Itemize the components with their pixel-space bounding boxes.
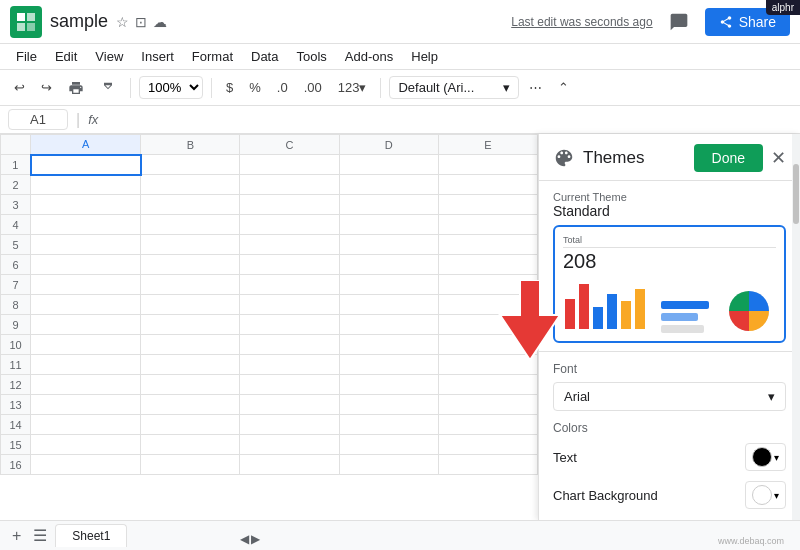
cell-D9[interactable] [339, 315, 438, 335]
cell-E15[interactable] [438, 435, 537, 455]
menu-format[interactable]: Format [184, 45, 241, 68]
more-formats-button[interactable]: 123▾ [332, 76, 373, 99]
zoom-select[interactable]: 100% 75% 125% [139, 76, 203, 99]
cell-C15[interactable] [240, 435, 339, 455]
cell-C10[interactable] [240, 335, 339, 355]
cell-E4[interactable] [438, 215, 537, 235]
menu-file[interactable]: File [8, 45, 45, 68]
cell-A5[interactable] [31, 235, 141, 255]
decimal2-button[interactable]: .00 [298, 76, 328, 99]
cell-C7[interactable] [240, 275, 339, 295]
menu-help[interactable]: Help [403, 45, 446, 68]
cell-C13[interactable] [240, 395, 339, 415]
chart-bg-color-swatch-button[interactable]: ▾ [745, 481, 786, 509]
cell-A2[interactable] [31, 175, 141, 195]
star-icon[interactable]: ☆ [116, 14, 129, 30]
cell-A3[interactable] [31, 195, 141, 215]
cell-D14[interactable] [339, 415, 438, 435]
cell-B11[interactable] [141, 355, 240, 375]
col-header-d[interactable]: D [339, 135, 438, 155]
cell-D7[interactable] [339, 275, 438, 295]
cell-C11[interactable] [240, 355, 339, 375]
cell-D4[interactable] [339, 215, 438, 235]
cell-E2[interactable] [438, 175, 537, 195]
cell-B15[interactable] [141, 435, 240, 455]
cell-D10[interactable] [339, 335, 438, 355]
cell-C12[interactable] [240, 375, 339, 395]
col-header-b[interactable]: B [141, 135, 240, 155]
cell-B14[interactable] [141, 415, 240, 435]
sheet-menu-button[interactable]: ☰ [29, 524, 51, 547]
menu-edit[interactable]: Edit [47, 45, 85, 68]
cell-E6[interactable] [438, 255, 537, 275]
cell-A11[interactable] [31, 355, 141, 375]
cell-B1[interactable] [141, 155, 240, 175]
cell-A13[interactable] [31, 395, 141, 415]
cell-B4[interactable] [141, 215, 240, 235]
cell-E1[interactable] [438, 155, 537, 175]
cell-B13[interactable] [141, 395, 240, 415]
menu-insert[interactable]: Insert [133, 45, 182, 68]
cell-A12[interactable] [31, 375, 141, 395]
cell-C16[interactable] [240, 455, 339, 475]
done-button[interactable]: Done [694, 144, 763, 172]
print-button[interactable] [62, 76, 90, 100]
menu-tools[interactable]: Tools [288, 45, 334, 68]
currency-button[interactable]: $ [220, 76, 239, 99]
collapse-toolbar-button[interactable]: ⌃ [552, 76, 575, 99]
paint-format-button[interactable] [94, 76, 122, 100]
formula-input[interactable] [108, 112, 792, 127]
cell-D3[interactable] [339, 195, 438, 215]
font-dropdown[interactable]: Arial ▾ [553, 382, 786, 411]
history-icon[interactable]: ⊡ [135, 14, 147, 30]
cell-E11[interactable] [438, 355, 537, 375]
cell-E7[interactable] [438, 275, 537, 295]
nav-left-button[interactable]: ◀ [240, 532, 249, 546]
cell-A16[interactable] [31, 455, 141, 475]
cell-A14[interactable] [31, 415, 141, 435]
cell-C2[interactable] [240, 175, 339, 195]
cell-D8[interactable] [339, 295, 438, 315]
cell-D6[interactable] [339, 255, 438, 275]
cell-C5[interactable] [240, 235, 339, 255]
menu-data[interactable]: Data [243, 45, 286, 68]
cell-B3[interactable] [141, 195, 240, 215]
cell-E9[interactable] [438, 315, 537, 335]
cell-C3[interactable] [240, 195, 339, 215]
sheet-tab-1[interactable]: Sheet1 [55, 524, 127, 547]
col-header-e[interactable]: E [438, 135, 537, 155]
col-header-c[interactable]: C [240, 135, 339, 155]
more-toolbar-button[interactable]: ⋯ [523, 76, 548, 99]
cell-D5[interactable] [339, 235, 438, 255]
theme-preview-card[interactable]: Total 208 [553, 225, 786, 343]
undo-button[interactable]: ↩ [8, 76, 31, 99]
cell-D12[interactable] [339, 375, 438, 395]
cell-B8[interactable] [141, 295, 240, 315]
cell-A7[interactable] [31, 275, 141, 295]
cell-E14[interactable] [438, 415, 537, 435]
col-header-a[interactable]: A [31, 135, 141, 155]
panel-scrollbar[interactable] [792, 134, 800, 520]
cell-E12[interactable] [438, 375, 537, 395]
cell-E10[interactable] [438, 335, 537, 355]
decimal0-button[interactable]: .0 [271, 76, 294, 99]
cell-B16[interactable] [141, 455, 240, 475]
cell-D2[interactable] [339, 175, 438, 195]
cell-C9[interactable] [240, 315, 339, 335]
cell-C6[interactable] [240, 255, 339, 275]
cell-C4[interactable] [240, 215, 339, 235]
nav-right-button[interactable]: ▶ [251, 532, 260, 546]
cell-E3[interactable] [438, 195, 537, 215]
cell-C8[interactable] [240, 295, 339, 315]
font-select[interactable]: Default (Ari... ▾ [389, 76, 519, 99]
cell-A8[interactable] [31, 295, 141, 315]
menu-view[interactable]: View [87, 45, 131, 68]
cell-D16[interactable] [339, 455, 438, 475]
cell-E13[interactable] [438, 395, 537, 415]
percent-button[interactable]: % [243, 76, 267, 99]
cell-B7[interactable] [141, 275, 240, 295]
cell-B2[interactable] [141, 175, 240, 195]
text-color-swatch-button[interactable]: ▾ [745, 443, 786, 471]
cell-D1[interactable] [339, 155, 438, 175]
cell-reference-input[interactable] [8, 109, 68, 130]
